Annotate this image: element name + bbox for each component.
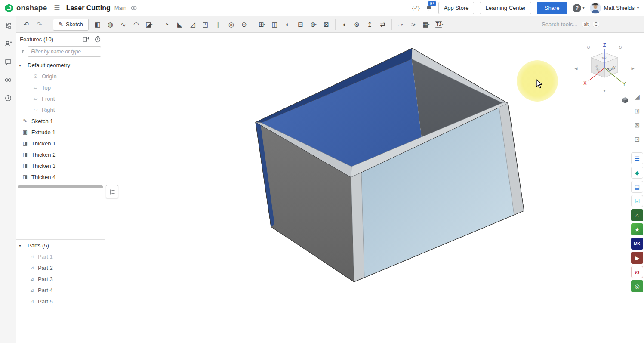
split-button[interactable]: ⊟: [294, 18, 307, 31]
undo-button[interactable]: ↶: [20, 18, 33, 31]
notifications-bell-icon[interactable]: 9+: [425, 4, 433, 12]
tree-item-sketch-1[interactable]: ✎ Sketch 1: [16, 115, 105, 127]
chamfer-button[interactable]: ◣: [173, 18, 186, 31]
chevron-down-icon[interactable]: ▾: [19, 243, 25, 248]
pattern-view-icon[interactable]: ⊞: [631, 105, 643, 117]
part-row-5[interactable]: ⊿ Part 5: [16, 296, 105, 307]
chevron-down-icon[interactable]: ▾: [315, 22, 317, 26]
list-extension-icon[interactable]: ☰: [631, 152, 643, 164]
graphics-viewport[interactable]: Top Right Back Z X Y ◀ ▶ ▼ ↺ ↻: [105, 33, 644, 343]
menu-icon[interactable]: ☰: [54, 4, 60, 12]
tree-item-thicken-4[interactable]: ◨ Thicken 4: [16, 171, 105, 182]
tree-item-top-plane[interactable]: ▱ Top: [16, 82, 105, 93]
help-icon[interactable]: ?: [573, 4, 581, 12]
onshape-logo[interactable]: onshape: [4, 3, 47, 13]
filter-funnel-icon[interactable]: [21, 49, 25, 55]
delete-face-button[interactable]: ⊗: [351, 18, 364, 31]
model-3d-open-box[interactable]: [105, 33, 644, 343]
chevron-down-icon[interactable]: ▾: [151, 22, 153, 26]
sketch-button[interactable]: ✎ Sketch: [53, 19, 89, 31]
hole-button[interactable]: ◎: [225, 18, 238, 31]
extrude-button[interactable]: ◧: [91, 18, 104, 31]
ramp-view-icon[interactable]: ◢: [631, 91, 643, 103]
spin-ccw-icon[interactable]: ↺: [587, 45, 590, 50]
chevron-down-icon[interactable]: ▾: [401, 22, 403, 26]
search-tools[interactable]: alt C: [542, 21, 599, 28]
rollback-handle[interactable]: [106, 185, 118, 198]
workspace-label[interactable]: Main: [114, 5, 126, 11]
feature-tree-icon[interactable]: [2, 20, 15, 32]
rollback-bar[interactable]: [18, 185, 103, 188]
versions-history-icon[interactable]: [2, 92, 15, 104]
draft-button[interactable]: ◿: [186, 18, 199, 31]
thicken-button[interactable]: ◪▾: [143, 18, 156, 31]
spin-cw-icon[interactable]: ↻: [619, 45, 622, 50]
search-tools-input[interactable]: [542, 21, 579, 28]
tree-item-front-plane[interactable]: ▱ Front: [16, 93, 105, 104]
custom-feature-tj-button[interactable]: TJ▾: [433, 18, 446, 31]
section-view-icon[interactable]: ⊠: [631, 119, 643, 131]
chevron-down-icon[interactable]: ▾: [263, 22, 265, 26]
shell-button[interactable]: ◰: [199, 18, 212, 31]
replace-face-button[interactable]: ⇄: [376, 18, 389, 31]
exploded-view-icon[interactable]: ⊡: [631, 133, 643, 145]
linked-documents-icon[interactable]: [2, 74, 15, 86]
chevron-down-icon[interactable]: ▾: [414, 22, 416, 26]
chevron-down-icon[interactable]: ▾: [19, 63, 25, 68]
share-link-icon[interactable]: [130, 5, 137, 12]
shapes-extension-icon[interactable]: ◆: [631, 167, 643, 179]
linear-pattern-button[interactable]: ⊞▾: [256, 18, 268, 31]
tree-section-default-geometry[interactable]: ▾ Default geometry: [16, 59, 105, 71]
curve-tools-button[interactable]: ≈▾: [407, 18, 420, 31]
app-store-button[interactable]: App Store: [438, 2, 475, 14]
share-button[interactable]: Share: [537, 2, 567, 14]
target-extension-icon[interactable]: ◎: [631, 280, 643, 292]
mirror-button[interactable]: ◫: [268, 18, 281, 31]
slot-button[interactable]: ⊖: [238, 18, 251, 31]
user-menu[interactable]: Matt Shields ▾: [590, 3, 639, 14]
x-axis-label[interactable]: X: [583, 80, 587, 86]
tree-item-right-plane[interactable]: ▱ Right: [16, 104, 105, 115]
learning-center-button[interactable]: Learning Center: [480, 2, 531, 14]
part-row-4[interactable]: ⊿ Part 4: [16, 284, 105, 296]
modify-fillet-button[interactable]: ◖: [338, 18, 351, 31]
vs-extension-icon[interactable]: vs: [631, 266, 643, 278]
home-extension-icon[interactable]: ⌂: [631, 209, 643, 221]
rib-button[interactable]: ∥: [212, 18, 225, 31]
part-row-1[interactable]: ⊿ Part 1: [16, 251, 105, 262]
tasks-extension-icon[interactable]: ☑: [631, 195, 643, 207]
comments-icon[interactable]: [2, 56, 15, 68]
help-menu[interactable]: ? ▾: [573, 4, 584, 12]
view-cube[interactable]: Top Right Back Z X Y ◀ ▶ ▼ ↺ ↻: [572, 41, 637, 93]
surface-tools-button[interactable]: ⌢▾: [394, 18, 407, 31]
delete-part-button[interactable]: ⊠: [320, 18, 333, 31]
y-axis-label[interactable]: Y: [622, 81, 626, 87]
rollback-clock-icon[interactable]: [94, 36, 101, 43]
boolean-button[interactable]: ◐: [281, 18, 294, 31]
insert-feature-icon[interactable]: [83, 36, 90, 43]
tree-item-thicken-2[interactable]: ◨ Thicken 2: [16, 149, 105, 160]
filter-input[interactable]: [28, 46, 101, 57]
part-row-2[interactable]: ⊿ Part 2: [16, 262, 105, 273]
rotate-right-arrow-icon[interactable]: ▶: [632, 66, 635, 71]
redo-button[interactable]: ↷: [33, 18, 46, 31]
follow-mode-icon[interactable]: [2, 38, 15, 50]
rotate-down-arrow-icon[interactable]: ▼: [603, 89, 606, 93]
composite-tools-button[interactable]: ▦▾: [420, 18, 433, 31]
transform-button[interactable]: ⊕▾: [307, 18, 320, 31]
tree-item-origin[interactable]: ⊙ Origin: [16, 71, 105, 82]
video-extension-icon[interactable]: ▶: [631, 252, 643, 264]
move-face-button[interactable]: ↥: [364, 18, 376, 31]
rotate-left-arrow-icon[interactable]: ◀: [575, 66, 578, 71]
parts-section-header[interactable]: ▾ Parts (5): [16, 240, 105, 251]
sweep-button[interactable]: ∿: [117, 18, 130, 31]
versions-check-icon[interactable]: {✓}: [412, 5, 419, 11]
tree-item-thicken-1[interactable]: ◨ Thicken 1: [16, 138, 105, 149]
tree-item-thicken-3[interactable]: ◨ Thicken 3: [16, 160, 105, 171]
isometric-view-cube-icon[interactable]: [621, 96, 629, 104]
chevron-down-icon[interactable]: ▾: [428, 22, 430, 26]
star-extension-icon[interactable]: ★: [631, 223, 643, 235]
reader-extension-icon[interactable]: ▤: [631, 181, 643, 193]
mk-extension-icon[interactable]: MK: [631, 238, 643, 250]
part-row-3[interactable]: ⊿ Part 3: [16, 273, 105, 284]
